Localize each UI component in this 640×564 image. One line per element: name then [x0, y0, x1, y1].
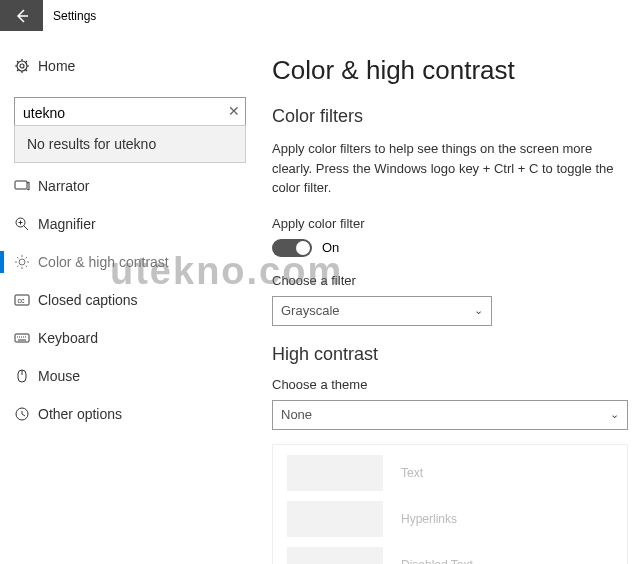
- theme-preview: Text Hyperlinks Disabled Text: [272, 444, 628, 565]
- clear-search-button[interactable]: ✕: [228, 103, 240, 119]
- sidebar: Home ✕ No results for utekno Ease of Acc…: [0, 31, 260, 564]
- svg-text:cc: cc: [18, 297, 26, 304]
- sidebar-item-keyboard[interactable]: Keyboard: [0, 319, 260, 357]
- sidebar-item-narrator[interactable]: Narrator: [0, 167, 260, 205]
- brightness-icon: [14, 254, 38, 270]
- back-button[interactable]: [0, 0, 43, 31]
- filter-select-value: Grayscale: [281, 303, 340, 318]
- filter-select[interactable]: Grayscale ⌄: [272, 296, 492, 326]
- back-arrow-icon: [14, 8, 30, 24]
- preview-label-text: Text: [401, 466, 423, 480]
- preview-label-hyperlinks: Hyperlinks: [401, 512, 457, 526]
- sidebar-item-label: Narrator: [38, 178, 89, 194]
- svg-point-4: [19, 259, 25, 265]
- preview-row-hyperlinks: Hyperlinks: [287, 501, 613, 537]
- apply-filter-toggle[interactable]: [272, 239, 312, 257]
- gear-icon: [14, 58, 38, 74]
- sidebar-home[interactable]: Home: [0, 47, 260, 85]
- theme-select-value: None: [281, 407, 312, 422]
- swatch-text: [287, 455, 383, 491]
- sidebar-item-label: Keyboard: [38, 330, 98, 346]
- preview-label-disabled: Disabled Text: [401, 558, 473, 565]
- preview-row-text: Text: [287, 455, 613, 491]
- sidebar-item-mouse[interactable]: Mouse: [0, 357, 260, 395]
- search-results-dropdown: No results for utekno: [14, 125, 246, 163]
- swatch-disabled: [287, 547, 383, 565]
- chevron-down-icon: ⌄: [474, 304, 483, 317]
- other-options-icon: [14, 406, 38, 422]
- sidebar-item-magnifier[interactable]: Magnifier: [0, 205, 260, 243]
- apply-filter-label: Apply color filter: [272, 216, 628, 231]
- sidebar-item-label: Mouse: [38, 368, 80, 384]
- theme-select[interactable]: None ⌄: [272, 400, 628, 430]
- section-high-contrast: High contrast: [272, 344, 628, 365]
- svg-rect-7: [15, 334, 29, 342]
- mouse-icon: [14, 368, 38, 384]
- cc-icon: cc: [14, 292, 38, 308]
- titlebar: Settings: [0, 0, 640, 31]
- sidebar-item-closed-captions[interactable]: cc Closed captions: [0, 281, 260, 319]
- sidebar-item-label: Color & high contrast: [38, 254, 169, 270]
- sidebar-item-label: Closed captions: [38, 292, 138, 308]
- sidebar-home-label: Home: [38, 58, 75, 74]
- choose-filter-label: Choose a filter: [272, 273, 628, 288]
- swatch-hyperlinks: [287, 501, 383, 537]
- content-pane: Color & high contrast Color filters Appl…: [260, 31, 640, 564]
- sidebar-item-color-contrast[interactable]: Color & high contrast: [0, 243, 260, 281]
- sidebar-item-other[interactable]: Other options: [0, 395, 260, 433]
- narrator-icon: [14, 178, 38, 194]
- toggle-state: On: [322, 240, 339, 255]
- section-color-filters: Color filters: [272, 106, 628, 127]
- sidebar-item-label: Magnifier: [38, 216, 96, 232]
- svg-rect-2: [15, 181, 27, 189]
- page-title: Color & high contrast: [272, 55, 628, 86]
- chevron-down-icon: ⌄: [610, 408, 619, 421]
- svg-point-1: [20, 64, 24, 68]
- preview-row-disabled: Disabled Text: [287, 547, 613, 565]
- sidebar-item-label: Other options: [38, 406, 122, 422]
- window-title: Settings: [43, 9, 96, 23]
- color-filters-description: Apply color filters to help see things o…: [272, 139, 628, 198]
- keyboard-icon: [14, 330, 38, 346]
- choose-theme-label: Choose a theme: [272, 377, 628, 392]
- magnifier-icon: [14, 216, 38, 232]
